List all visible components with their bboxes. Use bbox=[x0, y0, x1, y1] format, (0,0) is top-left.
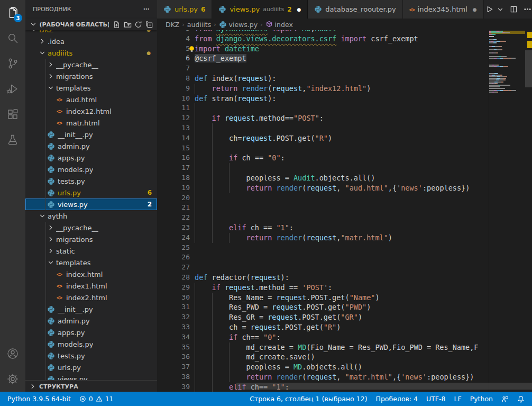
tree-folder-migrations[interactable]: migrations bbox=[25, 233, 157, 245]
tab-views.py[interactable]: views.pyaudiiits2● bbox=[212, 0, 308, 19]
code-line[interactable]: return render(request,"index12.html") bbox=[195, 84, 489, 94]
code-line[interactable] bbox=[195, 252, 489, 263]
code-line[interactable]: if ch== "0": bbox=[195, 332, 489, 342]
encoding-status[interactable]: UTF-8 bbox=[422, 395, 450, 403]
code-area[interactable]: from aythh.models import MD,Auditfrom dj… bbox=[195, 30, 489, 392]
code-line[interactable]: from django.views.decorators.csrf import… bbox=[195, 34, 489, 44]
code-line[interactable] bbox=[195, 123, 489, 133]
code-line[interactable]: peopless = MD.objects.all() bbox=[195, 362, 489, 372]
line-number[interactable]: 9 bbox=[157, 84, 190, 94]
line-number[interactable]: 23 bbox=[157, 223, 190, 233]
code-line[interactable]: ch=request.POST.get("R") bbox=[195, 133, 489, 143]
line-number[interactable]: 17 bbox=[157, 163, 190, 173]
activity-bar-item-explorer[interactable]: 3 bbox=[0, 0, 25, 25]
tree-folder-aythh[interactable]: aythh bbox=[25, 210, 157, 222]
new-folder-icon[interactable] bbox=[123, 19, 132, 30]
activity-bar-item-settings[interactable] bbox=[0, 366, 25, 392]
code-line[interactable]: if ch == "0": bbox=[195, 153, 489, 163]
line-number[interactable]: 18 bbox=[157, 173, 190, 183]
editor-gutter[interactable]: 3456789101112131415161718192021222324252… bbox=[157, 30, 190, 392]
line-number[interactable]: 26 bbox=[157, 252, 190, 263]
tree-folder-DKZ[interactable]: DKZ● bbox=[25, 30, 157, 35]
code-line[interactable]: Res_Name = request.POST.get("Name") bbox=[195, 293, 489, 303]
line-number[interactable]: 4 bbox=[157, 34, 190, 44]
line-number[interactable]: 24 bbox=[157, 233, 190, 243]
code-line[interactable]: def index(request): bbox=[195, 74, 489, 84]
line-number[interactable]: 5 bbox=[157, 44, 190, 54]
activity-bar-item-search[interactable] bbox=[0, 25, 25, 51]
tree-file-apps.py[interactable]: apps.py bbox=[25, 327, 157, 338]
code-line[interactable] bbox=[195, 203, 489, 213]
code-line[interactable] bbox=[195, 103, 489, 113]
tree-file-matr.html[interactable]: <>matr.html bbox=[25, 117, 157, 129]
problems-status[interactable]: 0 11 bbox=[75, 395, 118, 403]
tree-file-apps.py[interactable]: apps.py bbox=[25, 152, 157, 164]
python-interpreter-status[interactable]: Python 3.9.5 64-bit bbox=[3, 395, 75, 403]
breadcrumb-item-index[interactable]: index bbox=[265, 21, 293, 29]
line-number[interactable]: 16 bbox=[157, 153, 190, 163]
line-number[interactable]: 10 bbox=[157, 94, 190, 104]
code-editor[interactable]: 3456789101112131415161718192021222324252… bbox=[157, 30, 532, 392]
split-editor-icon[interactable] bbox=[508, 4, 520, 15]
tree-file-aud.html[interactable]: <>aud.html bbox=[25, 94, 157, 105]
line-number[interactable]: 7 bbox=[157, 64, 190, 74]
tree-file-__init__.py[interactable]: __init__.py bbox=[25, 303, 157, 315]
tree-file-tests.py[interactable]: tests.py bbox=[25, 175, 157, 187]
play-icon[interactable] bbox=[484, 4, 496, 15]
tree-file-views.py[interactable]: views.py2 bbox=[25, 199, 157, 210]
workspace-section-header[interactable]: (РАБОЧАЯ ОБЛАСТЬ) ... bbox=[25, 19, 157, 30]
tree-folder-__pycache__[interactable]: __pycache__ bbox=[25, 59, 157, 70]
tree-file-index1.html[interactable]: <>index1.html bbox=[25, 280, 157, 292]
refresh-icon[interactable] bbox=[134, 19, 143, 30]
code-line[interactable]: return render(request, "aud.html",{'news… bbox=[195, 183, 489, 193]
modified-dot-icon[interactable]: ● bbox=[473, 7, 477, 12]
activity-bar-item-run-and-debug[interactable] bbox=[0, 76, 25, 102]
code-line[interactable]: peopless = Audit.objects.all() bbox=[195, 173, 489, 183]
line-number[interactable]: 25 bbox=[157, 243, 190, 253]
code-line[interactable]: return render(request,"matr.html") bbox=[195, 233, 489, 243]
feedback-icon[interactable] bbox=[497, 395, 513, 403]
outline-section-header[interactable]: СТРУКТУРА bbox=[25, 380, 157, 392]
code-line[interactable]: md_create = MD(Fio_Name = Res_PWD,Fio_PW… bbox=[195, 342, 489, 353]
line-number[interactable]: 11 bbox=[157, 103, 190, 113]
code-line[interactable] bbox=[195, 64, 489, 74]
code-line[interactable] bbox=[195, 163, 489, 173]
tree-folder-migrations[interactable]: migrations bbox=[25, 70, 157, 82]
code-line[interactable] bbox=[195, 243, 489, 253]
activity-bar-item-source-control[interactable] bbox=[0, 51, 25, 76]
lightbulb-icon[interactable] bbox=[188, 45, 196, 53]
code-line[interactable]: @csrf_exempt bbox=[195, 53, 489, 64]
cursor-position-status[interactable]: Строка 6, столбец 1 (выбрано 12) bbox=[245, 395, 371, 403]
tree-file-urls.py[interactable]: urls.py bbox=[25, 362, 157, 373]
code-line[interactable]: import datetime bbox=[195, 44, 489, 54]
explorer-more-actions-icon[interactable]: ⋯ bbox=[143, 6, 150, 13]
tab-urls.py[interactable]: urls.py6 bbox=[157, 0, 212, 19]
code-line[interactable] bbox=[195, 263, 489, 273]
activity-bar-item-accounts[interactable] bbox=[0, 341, 25, 366]
activity-bar-item-testing[interactable] bbox=[0, 127, 25, 152]
breadcrumb-item-DKZ[interactable]: DKZ bbox=[166, 21, 179, 29]
line-number[interactable]: 6 bbox=[157, 53, 190, 64]
line-number[interactable]: 20 bbox=[157, 193, 190, 203]
tree-file-index2.html[interactable]: <>index2.html bbox=[25, 292, 157, 303]
line-number[interactable]: 32 bbox=[157, 312, 190, 322]
vertical-scrollbar-thumb[interactable] bbox=[525, 50, 532, 87]
language-mode-status[interactable]: Python bbox=[466, 395, 497, 403]
line-number[interactable]: 28 bbox=[157, 273, 190, 283]
collapse-all-icon[interactable] bbox=[144, 19, 154, 30]
tree-file-admin.py[interactable]: admin.py bbox=[25, 315, 157, 327]
activity-bar-item-extensions[interactable] bbox=[0, 102, 25, 127]
tree-folder-templates[interactable]: templates bbox=[25, 82, 157, 94]
tree-folder-.idea[interactable]: .idea bbox=[25, 35, 157, 47]
tree-folder-static[interactable]: static bbox=[25, 245, 157, 257]
tab-index345.html[interactable]: <>index345.html● bbox=[403, 0, 484, 19]
line-number[interactable]: 37 bbox=[157, 362, 190, 372]
tab-database_roouter.py[interactable]: database_roouter.py bbox=[308, 0, 402, 19]
notifications-bell-icon[interactable] bbox=[513, 395, 529, 403]
line-number[interactable]: 38 bbox=[157, 372, 190, 382]
horizontal-scrollbar-thumb[interactable] bbox=[236, 383, 532, 390]
tree-file-models.py[interactable]: models.py bbox=[25, 338, 157, 350]
code-line[interactable] bbox=[195, 143, 489, 154]
line-number[interactable]: 3 bbox=[157, 30, 190, 34]
line-number[interactable]: 27 bbox=[157, 263, 190, 273]
